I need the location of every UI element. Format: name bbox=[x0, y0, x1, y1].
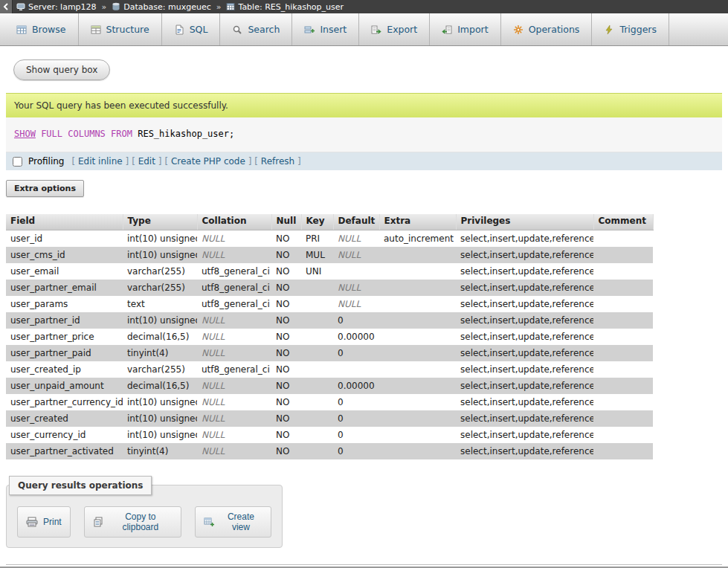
cell-privileges: select,insert,update,references bbox=[456, 247, 593, 263]
profiling-link-edit[interactable]: Edit bbox=[138, 156, 155, 167]
profiling-link-group: [ Create PHP code ] bbox=[164, 156, 251, 167]
tab-browse[interactable]: Browse bbox=[4, 13, 79, 45]
print-button[interactable]: Print bbox=[17, 506, 71, 538]
cell-privileges: select,insert,update,references bbox=[456, 329, 593, 345]
cell-extra bbox=[379, 280, 456, 296]
profiling-links: [ Edit inline ][ Edit ][ Create PHP code… bbox=[69, 156, 301, 167]
cell-key bbox=[301, 394, 333, 410]
cell-comment bbox=[593, 394, 653, 410]
sql-show-keyword-link[interactable]: SHOW bbox=[14, 129, 36, 139]
cell-field: user_currency_id bbox=[6, 427, 123, 443]
tab-insert[interactable]: Insert bbox=[292, 13, 359, 45]
cell-extra bbox=[379, 361, 456, 378]
cell-default bbox=[333, 361, 379, 378]
tab-structure[interactable]: Structure bbox=[79, 13, 162, 45]
profiling-link-group: [ Edit ] bbox=[132, 156, 161, 167]
tab-triggers[interactable]: Triggers bbox=[592, 13, 669, 45]
cell-key bbox=[301, 296, 333, 312]
cell-type: int(10) unsigned bbox=[123, 247, 197, 263]
tab-label: Browse bbox=[32, 24, 66, 35]
profiling-link-edit-inline[interactable]: Edit inline bbox=[78, 156, 123, 167]
column-header-default: Default bbox=[333, 214, 379, 230]
create-view-icon bbox=[204, 517, 214, 527]
column-header-extra: Extra bbox=[379, 214, 456, 230]
cell-collation: NULL bbox=[197, 394, 271, 410]
tab-bar: BrowseStructureSQLSearchInsertExportImpo… bbox=[0, 13, 728, 46]
back-arrow-icon[interactable] bbox=[0, 0, 13, 13]
cell-field: user_partner_paid bbox=[6, 345, 123, 361]
cell-extra bbox=[379, 443, 456, 459]
cell-extra bbox=[379, 329, 456, 345]
cell-null: NO bbox=[271, 280, 301, 296]
cell-extra bbox=[379, 394, 456, 410]
table-row: user_createdint(10) unsignedNULLNO0selec… bbox=[6, 410, 653, 427]
breadcrumb-table-group: Table: RES_hikashop_user bbox=[226, 2, 344, 12]
server-icon bbox=[16, 2, 25, 11]
cell-collation: NULL bbox=[197, 443, 271, 459]
table-row: user_cms_idint(10) unsignedNULLNOMULNULL… bbox=[6, 247, 653, 263]
cell-type: varchar(255) bbox=[123, 361, 197, 378]
cell-field: user_partner_currency_id bbox=[6, 394, 123, 410]
cell-comment bbox=[593, 410, 653, 427]
cell-key: UNI bbox=[301, 263, 333, 280]
table-row: user_currency_idint(10) unsignedNULLNO0s… bbox=[6, 427, 653, 443]
tab-import[interactable]: Import bbox=[430, 13, 501, 45]
cell-default bbox=[333, 263, 379, 280]
create-view-button[interactable]: Create view bbox=[195, 506, 271, 538]
cell-null: NO bbox=[271, 312, 301, 329]
cell-privileges: select,insert,update,references bbox=[456, 394, 593, 410]
copy-icon bbox=[93, 517, 103, 527]
tab-sql[interactable]: SQL bbox=[162, 13, 221, 45]
cell-comment bbox=[593, 296, 653, 312]
bottom-divider bbox=[6, 564, 722, 565]
profiling-row: Profiling [ Edit inline ][ Edit ][ Creat… bbox=[6, 152, 722, 170]
tab-label: Structure bbox=[106, 24, 149, 35]
cell-field: user_unpaid_amount bbox=[6, 378, 123, 394]
cell-default: NULL bbox=[333, 280, 379, 296]
tab-export[interactable]: Export bbox=[359, 13, 430, 45]
column-header-type: Type bbox=[123, 214, 197, 230]
cell-extra bbox=[379, 247, 456, 263]
profiling-link-create-php-code[interactable]: Create PHP code bbox=[171, 156, 245, 167]
extra-options-button[interactable]: Extra options bbox=[6, 180, 84, 197]
button-label: Print bbox=[43, 517, 62, 527]
cell-privileges: select,insert,update,references bbox=[456, 410, 593, 427]
tab-search[interactable]: Search bbox=[220, 13, 292, 45]
column-header-field: Field bbox=[6, 214, 123, 230]
cell-collation: NULL bbox=[197, 329, 271, 345]
cell-collation: NULL bbox=[197, 312, 271, 329]
columns-table: FieldTypeCollationNullKeyDefaultExtraPri… bbox=[6, 214, 654, 459]
copy-to-clipboard-button[interactable]: Copy to clipboard bbox=[84, 506, 181, 538]
breadcrumb-server[interactable]: Server: lamp128 bbox=[28, 2, 97, 12]
column-header-collation: Collation bbox=[197, 214, 271, 230]
cell-null: NO bbox=[271, 443, 301, 459]
tab-operations[interactable]: Operations bbox=[501, 13, 593, 45]
tab-label: Export bbox=[387, 24, 417, 35]
show-query-box-button[interactable]: Show query box bbox=[13, 59, 110, 80]
cell-type: varchar(255) bbox=[123, 263, 197, 280]
table-row: user_partner_idint(10) unsignedNULLNO0se… bbox=[6, 312, 653, 329]
profiling-link-group: [ Refresh ] bbox=[254, 156, 300, 167]
table-row: user_partner_activatedtinyint(4)NULLNO0s… bbox=[6, 443, 653, 459]
profiling-link-refresh[interactable]: Refresh bbox=[261, 156, 294, 167]
profiling-checkbox[interactable] bbox=[13, 157, 22, 167]
cell-type: decimal(16,5) bbox=[123, 378, 197, 394]
success-message: Your SQL query has been executed success… bbox=[6, 93, 722, 117]
cell-extra bbox=[379, 312, 456, 329]
cell-field: user_partner_id bbox=[6, 312, 123, 329]
cell-collation: NULL bbox=[197, 427, 271, 443]
cell-key bbox=[301, 378, 333, 394]
cell-null: NO bbox=[271, 427, 301, 443]
breadcrumb-separator: » bbox=[216, 2, 222, 12]
cell-comment bbox=[593, 443, 653, 459]
cell-null: NO bbox=[271, 263, 301, 280]
breadcrumb-table[interactable]: Table: RES_hikashop_user bbox=[238, 2, 344, 12]
breadcrumb-database[interactable]: Database: muxgeuec bbox=[123, 2, 210, 12]
columns-table-body: user_idint(10) unsignedNULLNOPRINULLauto… bbox=[6, 230, 653, 460]
browse-icon bbox=[16, 25, 27, 35]
column-header-key: Key bbox=[301, 214, 333, 230]
cell-privileges: select,insert,update,references bbox=[456, 280, 593, 296]
cell-field: user_email bbox=[6, 263, 123, 280]
cell-null: NO bbox=[271, 296, 301, 312]
cell-privileges: select,insert,update,references bbox=[456, 312, 593, 329]
